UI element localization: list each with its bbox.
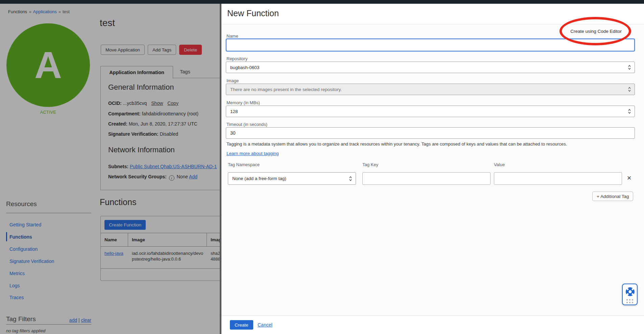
page-scrollbar[interactable]: [220, 4, 221, 334]
create-using-code-editor-link[interactable]: Create using Code Editor: [566, 29, 626, 34]
drawer-title: New Function: [227, 8, 279, 18]
tag-value-input[interactable]: [494, 172, 622, 185]
modal-backdrop[interactable]: [0, 0, 220, 334]
tag-namespace-select[interactable]: None (add a free-form tag): [228, 172, 356, 185]
screen: Functions»Applications»test A ACTIVE tes…: [0, 0, 644, 334]
timeout-input[interactable]: [226, 127, 635, 139]
name-label: Name: [226, 34, 238, 39]
drawer-header: New Function: [221, 4, 644, 24]
tag-namespace-selected-value: None (add a free-form tag): [232, 176, 286, 181]
memory-selected-value: 128: [230, 109, 238, 114]
tag-namespace-label: Tag Namespace: [228, 162, 260, 167]
chevron-up-down-icon: [349, 176, 352, 181]
repository-selected-value: bugbash-0603: [230, 65, 259, 70]
drag-handle-dots[interactable]: [626, 299, 635, 303]
top-navigation-bar: [0, 0, 644, 4]
chevron-up-down-icon: [628, 65, 631, 70]
repository-label: Repository: [226, 56, 247, 61]
help-widget[interactable]: [622, 284, 638, 305]
tag-key-label: Tag Key: [362, 162, 378, 167]
chevron-up-down-icon: [628, 87, 631, 92]
image-select[interactable]: There are no images present in the selec…: [226, 84, 635, 95]
chevron-up-down-icon: [628, 109, 631, 114]
repository-select[interactable]: bugbash-0603: [226, 62, 635, 73]
timeout-label: Timeout (in seconds): [226, 122, 267, 127]
memory-select[interactable]: 128: [226, 106, 635, 117]
image-selected-value: There are no images present in the selec…: [230, 87, 342, 92]
additional-tag-button[interactable]: + Additional Tag: [592, 192, 633, 201]
cancel-link[interactable]: Cancel: [258, 322, 272, 328]
remove-tag-icon[interactable]: ✕: [627, 175, 631, 182]
background-page: Functions»Applications»test A ACTIVE tes…: [0, 0, 220, 334]
learn-more-tagging-link[interactable]: Learn more about tagging: [226, 151, 279, 156]
name-input[interactable]: [226, 39, 635, 51]
tag-value-label: Value: [494, 162, 505, 167]
tag-key-input[interactable]: [362, 172, 491, 185]
image-label: Image: [226, 78, 239, 83]
tagging-description: Tagging is a metadata system that allows…: [226, 141, 567, 147]
drawer-footer: Create Cancel: [221, 315, 644, 334]
new-function-drawer: New Function Name Repository bugbash-060…: [220, 4, 644, 334]
create-button[interactable]: Create: [230, 320, 253, 330]
lifebuoy-help-icon[interactable]: [625, 286, 636, 297]
memory-label: Memory (in MBs): [226, 100, 260, 105]
